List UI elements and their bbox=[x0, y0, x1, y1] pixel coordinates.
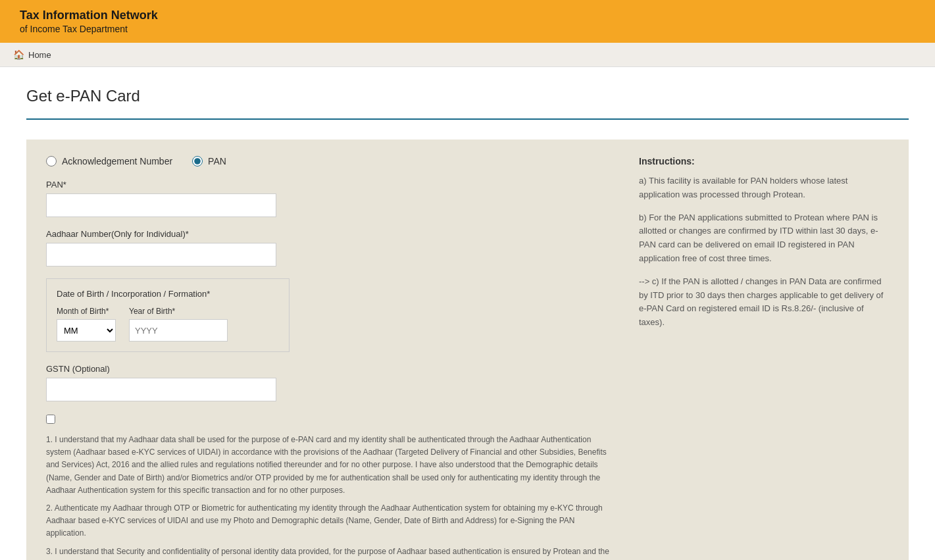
month-label: Month of Birth* bbox=[57, 307, 116, 316]
section-divider bbox=[26, 118, 909, 120]
aadhaar-input[interactable] bbox=[46, 243, 276, 267]
term-2: 2. Authenticate my Aadhaar through OTP o… bbox=[46, 502, 613, 540]
radio-acknowledgement[interactable] bbox=[46, 156, 57, 166]
instruction-point-a: a) This facility is available for PAN ho… bbox=[639, 174, 889, 202]
checkbox-section bbox=[46, 413, 613, 424]
terms-section: 1. I understand that my Aadhaar data sha… bbox=[46, 434, 613, 560]
pan-field-group: PAN* bbox=[46, 180, 613, 217]
terms-checkbox[interactable] bbox=[46, 415, 55, 424]
gstn-field-group: GSTN (Optional) bbox=[46, 364, 613, 401]
dob-section: Date of Birth / Incorporation / Formatio… bbox=[46, 278, 290, 352]
pan-input[interactable] bbox=[46, 193, 276, 217]
form-left: Acknowledgement Number PAN PAN* Aadhaar … bbox=[46, 156, 613, 560]
date-fields: Month of Birth* MM 01 02 03 04 05 06 07 … bbox=[57, 307, 279, 342]
form-container: Acknowledgement Number PAN PAN* Aadhaar … bbox=[26, 140, 909, 560]
instruction-point-b: b) For the PAN applications submitted to… bbox=[639, 211, 889, 266]
radio-acknowledgement-label: Acknowledgement Number bbox=[62, 156, 172, 166]
year-field: Year of Birth* bbox=[129, 307, 228, 342]
home-icon: 🏠 bbox=[13, 49, 24, 60]
gstn-input[interactable] bbox=[46, 378, 276, 401]
radio-acknowledgement-option[interactable]: Acknowledgement Number bbox=[46, 156, 172, 166]
main-content: Get e-PAN Card Acknowledgement Number PA… bbox=[0, 67, 935, 560]
month-select[interactable]: MM 01 02 03 04 05 06 07 08 09 10 11 bbox=[57, 319, 116, 342]
instruction-point-c: --> c) If the PAN is allotted / changes … bbox=[639, 275, 889, 330]
header-title-line1: Tax Information Network bbox=[20, 8, 158, 23]
radio-pan-label: PAN bbox=[208, 156, 226, 166]
gstn-label: GSTN (Optional) bbox=[46, 364, 613, 374]
navbar: 🏠 Home bbox=[0, 43, 935, 67]
radio-pan-option[interactable]: PAN bbox=[192, 156, 226, 166]
radio-group: Acknowledgement Number PAN bbox=[46, 156, 613, 166]
header-title-line2: of Income Tax Department bbox=[20, 23, 158, 35]
instructions-panel: Instructions: a) This facility is availa… bbox=[639, 156, 889, 560]
aadhaar-label: Aadhaar Number(Only for Individual)* bbox=[46, 229, 613, 239]
year-label: Year of Birth* bbox=[129, 307, 228, 316]
home-link[interactable]: Home bbox=[28, 50, 51, 60]
month-field: Month of Birth* MM 01 02 03 04 05 06 07 … bbox=[57, 307, 116, 342]
pan-label: PAN* bbox=[46, 180, 613, 190]
instructions-title: Instructions: bbox=[639, 156, 889, 166]
page-title: Get e-PAN Card bbox=[26, 87, 909, 105]
header: Tax Information Network of Income Tax De… bbox=[0, 0, 935, 43]
aadhaar-field-group: Aadhaar Number(Only for Individual)* bbox=[46, 229, 613, 267]
term-1: 1. I understand that my Aadhaar data sha… bbox=[46, 434, 613, 497]
term-3: 3. I understand that Security and confid… bbox=[46, 546, 613, 561]
dob-section-title: Date of Birth / Incorporation / Formatio… bbox=[57, 289, 279, 299]
year-input[interactable] bbox=[129, 319, 228, 342]
radio-pan[interactable] bbox=[192, 156, 203, 166]
